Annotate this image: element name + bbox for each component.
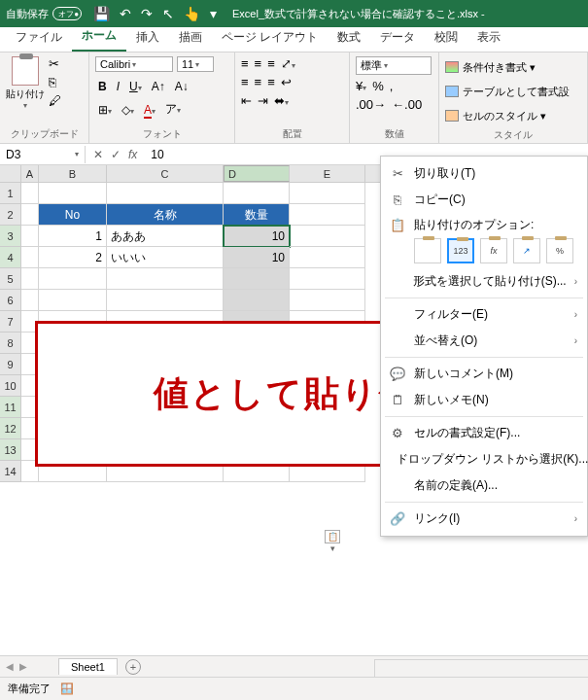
undo-icon[interactable]: ↶: [120, 6, 131, 21]
table-header[interactable]: 数量: [224, 204, 290, 226]
table-header[interactable]: 名称: [107, 204, 224, 226]
cancel-icon[interactable]: ✕: [93, 148, 103, 161]
table-header[interactable]: No: [39, 204, 107, 226]
sheet-nav-next-icon[interactable]: ▶: [19, 661, 27, 672]
row-header[interactable]: 8: [0, 332, 21, 354]
cursor-icon[interactable]: ↖: [162, 6, 174, 21]
cell[interactable]: いいい: [107, 247, 224, 268]
row-header[interactable]: 2: [0, 204, 21, 226]
col-header-d[interactable]: D: [224, 165, 290, 182]
col-header-a[interactable]: A: [21, 165, 39, 182]
cell-styles-button[interactable]: セルのスタイル ▾: [445, 105, 581, 126]
paste-opt-formulas[interactable]: fx: [480, 238, 507, 263]
underline-button[interactable]: U▾: [126, 79, 145, 94]
paste-opt-transpose[interactable]: ↗: [513, 238, 540, 263]
col-header-b[interactable]: B: [39, 165, 107, 182]
tab-layout[interactable]: ページ レイアウト: [212, 25, 328, 52]
comma-icon[interactable]: ,: [390, 79, 394, 93]
ctx-pick-from-list[interactable]: ドロップダウン リストから選択(K)...: [381, 446, 587, 472]
paste-opt-values[interactable]: 123: [447, 238, 474, 263]
increase-indent-icon[interactable]: ⇥: [258, 93, 268, 108]
format-painter-icon[interactable]: 🖊: [49, 93, 61, 108]
row-header[interactable]: 14: [0, 461, 21, 482]
ctx-cut[interactable]: ✂切り取り(T): [381, 160, 587, 187]
row-header[interactable]: 12: [0, 418, 21, 439]
tab-data[interactable]: データ: [370, 25, 425, 52]
align-middle-icon[interactable]: ≡: [255, 56, 262, 71]
tab-view[interactable]: 表示: [467, 25, 510, 52]
name-box[interactable]: D3▾: [0, 146, 86, 163]
italic-button[interactable]: I: [114, 79, 122, 94]
horizontal-scrollbar[interactable]: [374, 659, 588, 677]
paste-options-button[interactable]: 📋▾: [325, 530, 340, 543]
save-icon[interactable]: 💾: [93, 6, 110, 21]
cell-active[interactable]: 10: [224, 226, 290, 247]
row-header[interactable]: 6: [0, 290, 21, 311]
bold-button[interactable]: B: [95, 79, 110, 94]
row-header[interactable]: 1: [0, 183, 21, 204]
paste-opt-default[interactable]: [414, 238, 441, 263]
align-center-icon[interactable]: ≡: [255, 75, 262, 89]
row-header[interactable]: 11: [0, 397, 21, 418]
align-top-icon[interactable]: ≡: [241, 56, 249, 71]
tab-home[interactable]: ホーム: [72, 23, 126, 52]
phonetic-button[interactable]: ア▾: [162, 100, 184, 119]
tab-insert[interactable]: 挿入: [126, 25, 169, 52]
ctx-link[interactable]: 🔗リンク(I)›: [381, 506, 587, 532]
ctx-sort[interactable]: 並べ替え(O)›: [381, 328, 587, 354]
col-header-c[interactable]: C: [107, 165, 224, 182]
font-size-select[interactable]: 11▾: [177, 56, 214, 72]
autosave-toggle[interactable]: 自動保存 オフ●: [6, 7, 82, 21]
cut-icon[interactable]: ✂: [49, 56, 61, 71]
wrap-text-icon[interactable]: ↩: [281, 75, 292, 89]
ctx-paste-special[interactable]: 形式を選択して貼り付け(S)...›: [381, 268, 587, 295]
qat-more-icon[interactable]: ▾: [210, 6, 217, 21]
row-header[interactable]: 9: [0, 354, 21, 375]
cell[interactable]: 10: [224, 247, 290, 268]
row-header[interactable]: 4: [0, 247, 21, 268]
add-sheet-button[interactable]: +: [125, 659, 141, 675]
ctx-new-note[interactable]: 🗒新しいメモ(N): [381, 387, 587, 413]
cell[interactable]: 2: [39, 247, 107, 268]
fill-color-button[interactable]: ◇▾: [119, 102, 137, 118]
select-all-corner[interactable]: [0, 165, 21, 182]
ctx-define-name[interactable]: 名前の定義(A)...: [381, 472, 587, 499]
ctx-new-comment[interactable]: 💬新しいコメント(M): [381, 361, 587, 387]
ctx-copy[interactable]: ⎘コピー(C): [381, 187, 587, 213]
tab-draw[interactable]: 描画: [169, 25, 212, 52]
copy-icon[interactable]: ⎘: [49, 75, 61, 89]
increase-font-icon[interactable]: A↑: [149, 79, 168, 94]
format-as-table-button[interactable]: テーブルとして書式設: [445, 81, 581, 102]
tab-formulas[interactable]: 数式: [328, 25, 370, 52]
cell[interactable]: あああ: [107, 226, 224, 247]
align-bottom-icon[interactable]: ≡: [267, 56, 275, 71]
decrease-decimal-icon[interactable]: ←.00: [392, 97, 422, 112]
row-header[interactable]: 13: [0, 439, 21, 461]
touch-icon[interactable]: 👆: [184, 6, 200, 21]
ctx-format-cells[interactable]: ⚙セルの書式設定(F)...: [381, 420, 587, 446]
cell[interactable]: 1: [39, 226, 107, 247]
currency-icon[interactable]: ¥▾: [356, 79, 366, 93]
orientation-icon[interactable]: ⤢▾: [281, 56, 295, 71]
percent-icon[interactable]: %: [372, 79, 384, 93]
accessibility-icon[interactable]: 🪟: [60, 682, 74, 695]
borders-button[interactable]: ⊞▾: [95, 102, 115, 118]
align-right-icon[interactable]: ≡: [267, 75, 275, 89]
paste-button[interactable]: 貼り付け ▾: [6, 56, 45, 110]
increase-decimal-icon[interactable]: .00→: [356, 97, 386, 112]
row-header[interactable]: 10: [0, 375, 21, 397]
tab-file[interactable]: ファイル: [6, 25, 72, 52]
tab-review[interactable]: 校閲: [425, 25, 467, 52]
conditional-format-button[interactable]: 条件付き書式 ▾: [445, 56, 581, 78]
row-header[interactable]: 7: [0, 311, 21, 332]
decrease-font-icon[interactable]: A↓: [172, 79, 191, 94]
paste-opt-formatting[interactable]: %: [546, 238, 573, 263]
fx-icon[interactable]: fx: [128, 148, 137, 161]
font-name-select[interactable]: Calibri▾: [95, 56, 173, 72]
row-header[interactable]: 3: [0, 226, 21, 247]
ctx-filter[interactable]: フィルター(E)›: [381, 301, 587, 328]
sheet-nav-prev-icon[interactable]: ◀: [6, 661, 14, 672]
col-header-e[interactable]: E: [290, 165, 365, 182]
sheet-tab[interactable]: Sheet1: [58, 658, 118, 675]
align-left-icon[interactable]: ≡: [241, 75, 249, 89]
